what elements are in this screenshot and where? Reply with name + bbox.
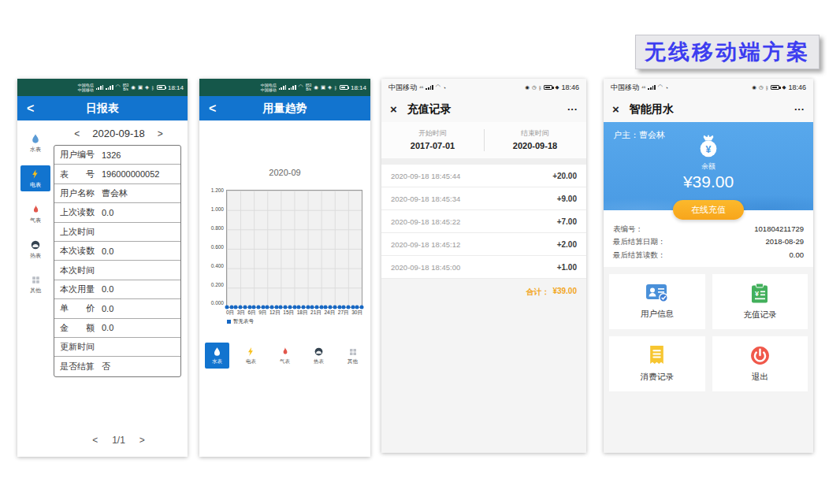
eye-icon: ◉	[131, 84, 136, 91]
data-point	[333, 306, 336, 309]
app-bar-title: 日报表	[17, 102, 188, 116]
end-date-picker[interactable]: 结束时间 2020-09-18	[484, 128, 586, 150]
balance-card: 户主：曹会林 ¥ 余额 ¥39.00 在线充值	[604, 122, 813, 210]
menu-icon[interactable]: ···	[567, 103, 578, 115]
data-point	[329, 306, 333, 309]
status-bar: 中国电信中国移动 ◠ 853B/s ◉ ▣ ◈ ᛒ 18:14	[17, 79, 188, 96]
row-label: 用户编号	[60, 149, 95, 161]
data-point	[351, 306, 355, 309]
data-point	[239, 306, 243, 309]
screen-recharge-records: 中国移动 ⁴⁶ ◠ ◔ ◉ ◷ ᛒ ◆ 18:46 × 充值记录 ··· 开始时…	[381, 79, 586, 453]
record-row[interactable]: 2020-09-18 18:45:44+20.00	[381, 165, 586, 187]
page: 无线移动端方案 中国电信中国移动 ◠ 853B/s ◉ ▣ ◈ ᛒ 18:14 …	[0, 0, 840, 504]
report-form: 用户编号1326 表 号196000000052 用户名称曹会林 上次读数0.0…	[54, 145, 181, 377]
meter-type-tabs: 水表 电表 气表 热表 其他	[199, 343, 370, 369]
tile-user-info[interactable]: 用户信息	[609, 274, 705, 329]
sidebar-item-water[interactable]: 水表	[20, 130, 50, 156]
info-row: 最后结算日期：2018-08-29	[613, 235, 804, 248]
record-row[interactable]: 2020-09-18 18:45:22+7.00	[381, 210, 586, 233]
carrier-label: 中国移动	[611, 83, 639, 93]
form-row: 本次用量0.0	[54, 280, 180, 299]
battery-icon	[771, 85, 779, 90]
tab-heat[interactable]: 热表	[307, 343, 331, 369]
row-label: 上次时间	[60, 226, 95, 238]
signal-bars-icon	[106, 85, 113, 90]
net-speed: 853B/s	[123, 83, 129, 92]
data-point	[284, 306, 288, 309]
tile-exit[interactable]: 退出	[712, 336, 808, 391]
status-time: 18:14	[168, 84, 184, 91]
tab-label: 热表	[314, 358, 324, 365]
heat-meter-icon	[30, 239, 41, 250]
form-row: 用户名称曹会林	[54, 184, 180, 203]
flame-icon	[280, 346, 290, 357]
page-title-plaque: 无线移动端方案	[635, 35, 820, 69]
next-date-button[interactable]: >	[158, 128, 163, 139]
tab-other[interactable]: 其他	[340, 343, 365, 369]
y-tick-label: 0.200	[206, 283, 224, 288]
data-point	[247, 306, 251, 309]
row-label: 用户名称	[60, 187, 95, 199]
page-indicator: 1/1	[112, 435, 125, 446]
app-bar-title: 智能用水	[630, 102, 674, 117]
tab-water[interactable]: 水表	[205, 343, 229, 369]
tile-label: 退出	[752, 372, 768, 383]
sidebar-item-label: 水表	[30, 146, 41, 154]
x-tick-label: 30日	[351, 309, 362, 317]
data-point	[279, 306, 283, 309]
tile-recharge-records[interactable]: ¥ 充值记录	[712, 274, 808, 329]
record-row[interactable]: 2020-09-18 18:45:12+2.00	[381, 233, 586, 256]
tile-consumption-records[interactable]: 消费记录	[609, 336, 705, 391]
end-date-label: 结束时间	[484, 128, 586, 139]
online-recharge-button[interactable]: 在线充值	[673, 200, 744, 220]
x-tick-label: 24日	[324, 309, 335, 317]
row-value: 否	[102, 361, 110, 372]
data-point	[315, 306, 319, 309]
sidebar-item-heat[interactable]: 热表	[20, 236, 50, 262]
record-row[interactable]: 2020-09-18 18:45:00+1.00	[381, 256, 586, 279]
prev-page-button[interactable]: <	[92, 435, 98, 446]
owner-name: 户主：曹会林	[613, 129, 665, 141]
row-label: 表 号	[60, 169, 95, 180]
tab-electric[interactable]: 电表	[239, 343, 263, 369]
x-tick-label: 27日	[338, 309, 349, 317]
y-tick-label: 0.000	[206, 301, 224, 306]
form-row: 本次读数0.0	[54, 242, 180, 261]
close-icon[interactable]: ×	[612, 102, 619, 116]
current-date[interactable]: 2020-09-18	[92, 128, 145, 139]
close-icon[interactable]: ×	[390, 102, 397, 116]
money-bag-icon: ¥	[695, 133, 722, 160]
sidebar-item-gas[interactable]: 气表	[20, 201, 50, 227]
chart-title: 2020-09	[199, 168, 370, 177]
pen-icon: ◆	[555, 84, 559, 91]
chart-legend: 暂无表号	[227, 318, 362, 325]
sidebar-item-electric[interactable]: 电表	[20, 165, 50, 191]
record-amount: +7.00	[557, 217, 577, 226]
row-label: 更新时间	[60, 341, 95, 353]
next-page-button[interactable]: >	[139, 435, 145, 446]
data-point	[261, 306, 265, 309]
y-tick-label: 0.800	[206, 226, 224, 232]
water-droplet-icon	[30, 133, 41, 144]
data-point	[256, 306, 260, 309]
x-tick-label: 6日	[248, 309, 256, 317]
total-label: 合计：	[526, 287, 549, 298]
data-point	[319, 306, 323, 309]
tab-gas[interactable]: 气表	[273, 343, 297, 369]
net-type-icon: ⁴⁶	[641, 85, 645, 91]
signal-bars-icon	[426, 85, 433, 90]
menu-icon[interactable]: ···	[794, 103, 805, 115]
pen-icon: ◆	[782, 84, 786, 91]
battery-icon	[157, 85, 165, 90]
eye-icon: ◉	[752, 84, 756, 91]
sidebar-item-other[interactable]: 其他	[20, 272, 50, 297]
row-label: 本次时间	[60, 265, 95, 276]
info-label: 表编号：	[613, 223, 643, 235]
record-row[interactable]: 2020-09-18 18:45:34+9.00	[381, 187, 586, 210]
row-label: 金 额	[60, 322, 95, 334]
signal-bars-icon	[96, 85, 103, 90]
info-row: 表编号：101804211729	[613, 223, 804, 235]
start-date-picker[interactable]: 开始时间 2017-07-01	[381, 128, 484, 150]
prev-date-button[interactable]: <	[74, 128, 80, 139]
data-point	[292, 306, 296, 309]
